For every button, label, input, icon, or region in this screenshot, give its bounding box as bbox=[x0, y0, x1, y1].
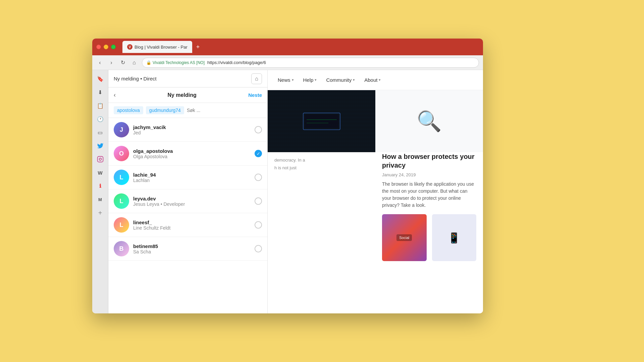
article-excerpt: The browser is likely the application yo… bbox=[382, 181, 476, 209]
nav-label-about: About bbox=[364, 77, 377, 83]
right-article-body: How a browser protects your privacy Janu… bbox=[375, 152, 483, 209]
contact-item[interactable]: B betinem85 Sa Scha bbox=[108, 237, 267, 261]
svg-rect-3 bbox=[305, 115, 338, 128]
sidebar-item-add[interactable]: + bbox=[94, 207, 106, 219]
nav-label-community: Community bbox=[326, 77, 352, 83]
panel-title: Ny melding • Direct bbox=[114, 76, 157, 81]
title-bar: V Blog | Vivaldi Browser - Par + bbox=[92, 39, 483, 55]
contact-item[interactable]: O olga_apostolova Olga Apostolova ✓ bbox=[108, 142, 267, 166]
contact-info: lachie_94 Lachlan bbox=[133, 172, 251, 183]
panel-header: Ny melding • Direct ⌂ bbox=[108, 70, 267, 87]
recipients-row: apostolova gudmundurg74 bbox=[108, 103, 267, 118]
recipient-tag-apostolova[interactable]: apostolova bbox=[114, 106, 143, 114]
contact-checkbox[interactable] bbox=[255, 174, 262, 181]
contact-checkbox-checked[interactable]: ✓ bbox=[255, 150, 262, 157]
contact-item[interactable]: L lineesf_ Line Schultz Feldt bbox=[108, 213, 267, 237]
contact-info: jachym_vacik Jed bbox=[133, 124, 251, 135]
contact-checkbox[interactable] bbox=[255, 221, 262, 229]
tab-bar: V Blog | Vivaldi Browser - Par + bbox=[122, 41, 479, 53]
compose-next-button[interactable]: Neste bbox=[248, 92, 262, 98]
avatar: B bbox=[114, 241, 129, 256]
new-tab-button[interactable]: + bbox=[194, 42, 203, 52]
back-button[interactable]: ‹ bbox=[95, 58, 105, 68]
sidebar-item-downloads[interactable]: ⬇ bbox=[94, 86, 106, 98]
article-body-left: democracy. In a h is not just bbox=[268, 152, 375, 176]
contact-item[interactable]: L lachie_94 Lachlan bbox=[108, 166, 267, 189]
contact-realname: Line Schultz Feldt bbox=[133, 225, 251, 231]
contact-username: lachie_94 bbox=[133, 172, 251, 178]
nav-link-help[interactable]: Help ▾ bbox=[300, 75, 320, 85]
sidebar-item-history[interactable]: 🕐 bbox=[94, 113, 106, 125]
compose-panel: ‹ Ny melding Neste apostolova gudmundurg… bbox=[108, 87, 267, 313]
contact-info: betinem85 Sa Scha bbox=[133, 243, 251, 254]
thumbnail-right: 📱 bbox=[432, 214, 477, 261]
contact-username: betinem85 bbox=[133, 243, 251, 249]
article-date-left: democracy. In a bbox=[274, 158, 369, 163]
sidebar-item-instagram[interactable] bbox=[94, 153, 106, 165]
active-tab[interactable]: V Blog | Vivaldi Browser - Par bbox=[122, 41, 192, 53]
content-grid: democracy. In a h is not just 🔍 How a br… bbox=[268, 90, 483, 313]
close-button[interactable] bbox=[96, 45, 101, 49]
sidebar-item-wikipedia[interactable]: W bbox=[94, 167, 106, 179]
nav-label-news: News bbox=[278, 77, 290, 83]
sidebar-item-twitter[interactable] bbox=[94, 140, 106, 152]
browser-window: V Blog | Vivaldi Browser - Par + ‹ › ↻ ⌂… bbox=[92, 39, 483, 313]
home-button[interactable]: ⌂ bbox=[129, 58, 139, 68]
nav-link-community[interactable]: Community ▾ bbox=[323, 75, 358, 85]
chevron-down-icon: ▾ bbox=[315, 78, 317, 82]
forward-button[interactable]: › bbox=[106, 58, 116, 68]
sidebar: 🔖 ⬇ 📋 🕐 ▭ W ℹ M + bbox=[92, 70, 108, 313]
contact-item[interactable]: L leyva.dev Jesus Leyva • Developer bbox=[108, 189, 267, 213]
vivaldi-tab-icon: V bbox=[127, 44, 132, 50]
site-navigation: News ▾ Help ▾ Community ▾ About ▾ bbox=[268, 70, 483, 90]
security-label: Vivaldi Technologies AS [NO] bbox=[153, 60, 205, 65]
recipient-search-input[interactable] bbox=[187, 108, 262, 113]
contact-realname: Lachlan bbox=[133, 178, 251, 183]
contact-list: J jachym_vacik Jed O olga_apostolova Olg… bbox=[108, 118, 267, 313]
right-article-column: 🔍 How a browser protects your privacy Ja… bbox=[375, 90, 483, 313]
contact-item[interactable]: J jachym_vacik Jed bbox=[108, 118, 267, 142]
article-image-dark bbox=[268, 90, 375, 152]
avatar: L bbox=[114, 193, 129, 209]
sidebar-item-mastodon[interactable]: M bbox=[94, 193, 106, 205]
panel-home-button[interactable]: ⌂ bbox=[251, 73, 262, 84]
contact-realname: Jed bbox=[133, 130, 251, 135]
contact-checkbox[interactable] bbox=[255, 245, 262, 252]
avatar: L bbox=[114, 170, 129, 185]
tab-title: Blog | Vivaldi Browser - Par bbox=[135, 45, 187, 50]
sidebar-item-notes[interactable]: 📋 bbox=[94, 100, 106, 112]
sidebar-item-panels[interactable]: ▭ bbox=[94, 126, 106, 138]
contact-realname: Jesus Leyva • Developer bbox=[133, 201, 251, 207]
article-text-left: h is not just bbox=[274, 165, 369, 170]
minimize-button[interactable] bbox=[104, 45, 108, 49]
thumbnail-left: Social bbox=[382, 214, 427, 261]
recipient-tag-gudmundurg74[interactable]: gudmundurg74 bbox=[146, 106, 184, 114]
lock-icon: 🔒 bbox=[146, 60, 151, 65]
contact-info: leyva.dev Jesus Leyva • Developer bbox=[133, 196, 251, 207]
browser-content: 🔖 ⬇ 📋 🕐 ▭ W ℹ M + Ny melding • Direct ⌂ bbox=[92, 70, 483, 313]
chevron-down-icon: ▾ bbox=[379, 78, 381, 82]
contact-checkbox[interactable] bbox=[255, 126, 262, 133]
sidebar-item-vivaldi[interactable]: ℹ bbox=[94, 180, 106, 192]
chevron-down-icon: ▾ bbox=[292, 78, 294, 82]
panel: Ny melding • Direct ⌂ ‹ Ny melding Neste… bbox=[108, 70, 268, 313]
contact-username: lineesf_ bbox=[133, 220, 251, 225]
article-title: How a browser protects your privacy bbox=[382, 152, 476, 170]
url-text: https://vivaldi.com/blog/page/6 bbox=[207, 60, 475, 65]
contact-info: lineesf_ Line Schultz Feldt bbox=[133, 220, 251, 231]
contact-checkbox[interactable] bbox=[255, 197, 262, 205]
address-bar[interactable]: 🔒 Vivaldi Technologies AS [NO] https://v… bbox=[142, 58, 479, 68]
contact-username: leyva.dev bbox=[133, 196, 251, 201]
bottom-thumbnails: Social 📱 bbox=[375, 209, 483, 261]
navigation-bar: ‹ › ↻ ⌂ 🔒 Vivaldi Technologies AS [NO] h… bbox=[92, 55, 483, 70]
contact-info: olga_apostolova Olga Apostolova bbox=[133, 148, 251, 159]
article-image-magnifier: 🔍 bbox=[375, 90, 483, 152]
reload-button[interactable]: ↻ bbox=[118, 58, 128, 68]
sidebar-item-bookmarks[interactable]: 🔖 bbox=[94, 73, 106, 85]
maximize-button[interactable] bbox=[111, 45, 116, 49]
contact-realname: Olga Apostolova bbox=[133, 154, 251, 159]
compose-header: ‹ Ny melding Neste bbox=[108, 87, 267, 103]
compose-back-button[interactable]: ‹ bbox=[114, 92, 116, 99]
nav-link-about[interactable]: About ▾ bbox=[361, 75, 384, 85]
nav-link-news[interactable]: News ▾ bbox=[274, 75, 297, 85]
